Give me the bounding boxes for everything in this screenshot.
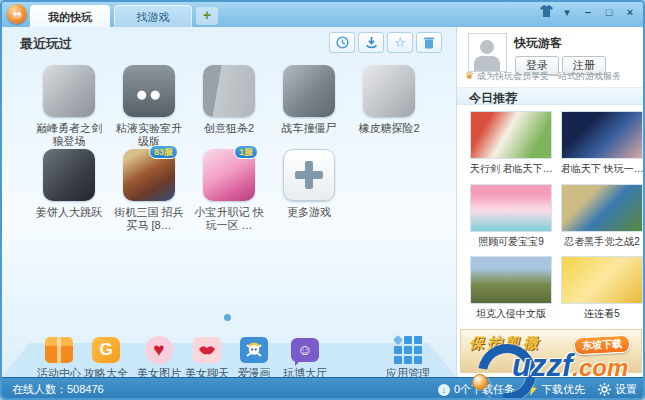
pirate-skull-icon — [240, 337, 268, 363]
main-menu-button[interactable]: ▾ — [558, 5, 576, 21]
gear-icon — [598, 383, 611, 396]
download-button[interactable] — [358, 32, 384, 53]
game-title: 街机三国 招兵买马 [8… — [114, 206, 184, 232]
tab-label: 找游戏 — [137, 11, 170, 23]
game-title: 小宝升职记 快玩一区 … — [194, 206, 264, 232]
dock-collapse-handle[interactable] — [224, 314, 231, 321]
game-tile[interactable]: 83服 街机三国 招兵买马 [8… — [109, 149, 189, 232]
recommend-title: 照顾可爱宝宝9 — [470, 235, 552, 249]
titlebar: 我的快玩 找游戏 + ▾ – □ × — [2, 2, 643, 27]
game-icon: 1服 — [203, 149, 255, 201]
guide-g-icon: G — [92, 337, 120, 363]
recommend-item[interactable]: 连连看5 — [561, 256, 643, 321]
statusbar: 在线人数：508476 ↓ 0个下载任务 下载优先 设置 — [2, 377, 643, 400]
recommend-title: 连连看5 — [561, 307, 643, 321]
game-title: 更多游戏 — [274, 206, 344, 219]
promo-banner[interactable]: 保护凯撒 — [460, 329, 642, 373]
game-title: 姜饼人大跳跃 — [34, 206, 104, 219]
gift-icon — [45, 337, 73, 363]
favorites-star-button[interactable]: ☆ — [387, 32, 413, 53]
recommend-item[interactable]: 天行剑 君临天下… — [470, 111, 552, 176]
app-grid-icon — [394, 336, 422, 364]
dock-item-wanbo-hall[interactable]: ☺ 玩博大厅 — [274, 335, 336, 381]
game-tile[interactable]: 姜饼人大跳跃 — [29, 149, 109, 219]
main-panel: 最近玩过 ☆ 巅峰勇者之剑狼登场 粘液实验室升级版 创意狙杀2 — [2, 27, 456, 377]
lips-icon — [193, 337, 221, 363]
recommend-thumbnail — [561, 184, 643, 232]
trash-button[interactable] — [416, 32, 442, 53]
history-clock-button[interactable] — [329, 32, 355, 53]
more-games-tile[interactable]: 更多游戏 — [269, 149, 349, 219]
today-recommend-header: 今日推荐 — [457, 87, 645, 105]
settings-button[interactable]: 设置 — [598, 382, 637, 397]
server-badge: 83服 — [149, 145, 178, 159]
game-tile[interactable]: 战车撞僵尸 — [269, 65, 349, 135]
recent-played-heading: 最近玩过 — [20, 35, 72, 53]
game-title: 巅峰勇者之剑狼登场 — [34, 122, 104, 148]
tab-find-games[interactable]: 找游戏 — [114, 5, 192, 27]
plus-icon — [283, 149, 335, 201]
recommend-thumbnail — [470, 256, 552, 304]
crown-icon: ♛ — [465, 70, 474, 81]
game-icon — [123, 65, 175, 117]
online-count: 在线人数：508476 — [12, 378, 104, 400]
recommend-thumbnail — [561, 256, 643, 304]
app-logo-icon — [7, 4, 27, 24]
lightning-icon — [528, 383, 537, 396]
game-icon — [283, 65, 335, 117]
game-tile[interactable]: 创意狙杀2 — [189, 65, 269, 135]
new-tab-button[interactable]: + — [196, 7, 218, 25]
app-window: 我的快玩 找游戏 + ▾ – □ × 最近玩过 ☆ — [0, 0, 645, 400]
promo-text: 成为快玩会员享受一站式的游戏服务 — [477, 71, 621, 81]
dock-item-app-management[interactable]: 应用管理 — [377, 335, 439, 381]
game-tile[interactable]: 粘液实验室升级版 — [109, 65, 189, 148]
download-arrow-icon: ↓ — [438, 384, 450, 396]
recommend-title: 天行剑 君临天下… — [470, 162, 552, 176]
game-title: 创意狙杀2 — [194, 122, 264, 135]
game-title: 橡皮糖探险2 — [354, 122, 424, 135]
recommend-item[interactable]: 忍者黑手党之战2 — [561, 184, 643, 249]
recommend-item[interactable]: 坦克入侵中文版 — [470, 256, 552, 321]
recommend-thumbnail — [470, 184, 552, 232]
minimize-button[interactable]: – — [579, 5, 597, 21]
close-button[interactable]: × — [621, 5, 639, 21]
recommend-thumbnail — [470, 111, 552, 159]
window-controls: ▾ – □ × — [537, 5, 639, 21]
promo-banner-text: 保护凯撒 — [469, 334, 641, 353]
server-badge: 1服 — [234, 145, 258, 159]
avatar[interactable] — [468, 33, 507, 72]
recommend-title: 君临天下 快玩一… — [561, 162, 643, 176]
game-icon — [43, 65, 95, 117]
username: 快玩游客 — [514, 35, 562, 52]
game-icon: 83服 — [123, 149, 175, 201]
tab-my-kuaiwan[interactable]: 我的快玩 — [30, 5, 110, 27]
membership-promo: ♛成为快玩会员享受一站式的游戏服务 — [465, 70, 643, 83]
game-icon — [203, 65, 255, 117]
recommend-thumbnail — [561, 111, 643, 159]
skin-icon[interactable] — [537, 5, 555, 21]
sidebar: 快玩游客 登录 注册 ♛成为快玩会员享受一站式的游戏服务 今日推荐 天行剑 君临… — [456, 27, 645, 377]
game-title: 战车撞僵尸 — [274, 122, 344, 135]
game-icon — [43, 149, 95, 201]
heart-icon: ♥ — [145, 336, 173, 364]
game-tile[interactable]: 1服 小宝升职记 快玩一区 … — [189, 149, 269, 232]
recommend-title: 忍者黑手党之战2 — [561, 235, 643, 249]
maximize-button[interactable]: □ — [600, 5, 618, 21]
recent-toolbar: ☆ — [329, 32, 442, 53]
game-tile[interactable]: 橡皮糖探险2 — [349, 65, 429, 135]
download-tasks-button[interactable]: ↓ 0个下载任务 — [438, 382, 515, 397]
statusbar-right: ↓ 0个下载任务 下载优先 设置 — [438, 378, 637, 400]
game-title: 粘液实验室升级版 — [114, 122, 184, 148]
game-tile[interactable]: 巅峰勇者之剑狼登场 — [29, 65, 109, 148]
chat-smiley-icon: ☺ — [291, 338, 319, 362]
recommend-title: 坦克入侵中文版 — [470, 307, 552, 321]
recommend-item[interactable]: 君临天下 快玩一… — [561, 111, 643, 176]
game-icon — [363, 65, 415, 117]
recommend-item[interactable]: 照顾可爱宝宝9 — [470, 184, 552, 249]
tab-label: 我的快玩 — [48, 11, 92, 23]
download-priority-button[interactable]: 下载优先 — [528, 382, 585, 397]
